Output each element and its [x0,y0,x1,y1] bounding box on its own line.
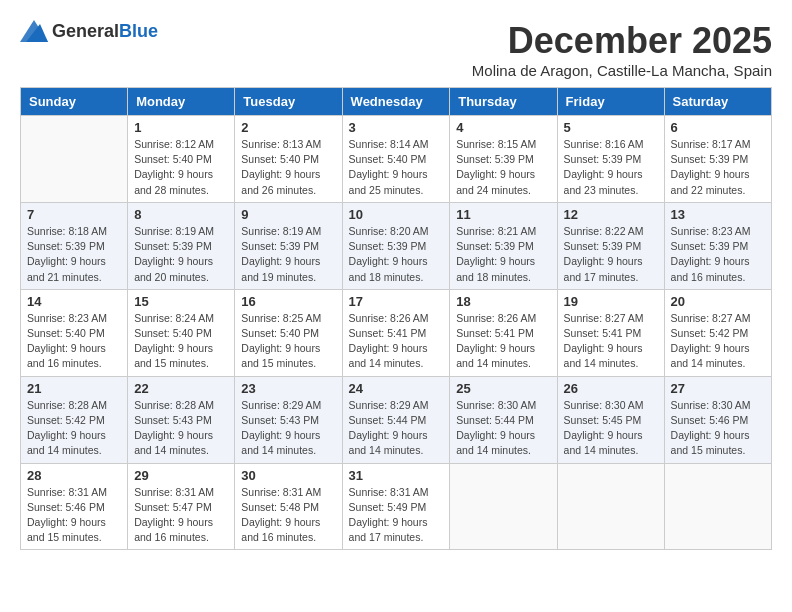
table-row: 15 Sunrise: 8:24 AM Sunset: 5:40 PM Dayl… [128,289,235,376]
table-row: 7 Sunrise: 8:18 AM Sunset: 5:39 PM Dayli… [21,202,128,289]
day-info: Sunrise: 8:30 AM Sunset: 5:45 PM Dayligh… [564,398,658,459]
day-number: 3 [349,120,444,135]
sunset-time: Sunset: 5:46 PM [27,501,105,513]
day-number: 10 [349,207,444,222]
day-number: 8 [134,207,228,222]
day-info: Sunrise: 8:31 AM Sunset: 5:48 PM Dayligh… [241,485,335,546]
day-info: Sunrise: 8:26 AM Sunset: 5:41 PM Dayligh… [456,311,550,372]
daylight-hours: Daylight: 9 hours and 14 minutes. [456,342,535,369]
daylight-hours: Daylight: 9 hours and 23 minutes. [564,168,643,195]
sunset-time: Sunset: 5:40 PM [241,153,319,165]
sunrise-time: Sunrise: 8:18 AM [27,225,107,237]
sunrise-time: Sunrise: 8:31 AM [241,486,321,498]
day-info: Sunrise: 8:23 AM Sunset: 5:39 PM Dayligh… [671,224,765,285]
col-saturday: Saturday [664,88,771,116]
table-row: 11 Sunrise: 8:21 AM Sunset: 5:39 PM Dayl… [450,202,557,289]
sunset-time: Sunset: 5:40 PM [134,153,212,165]
day-info: Sunrise: 8:15 AM Sunset: 5:39 PM Dayligh… [456,137,550,198]
daylight-hours: Daylight: 9 hours and 15 minutes. [671,429,750,456]
day-info: Sunrise: 8:28 AM Sunset: 5:42 PM Dayligh… [27,398,121,459]
sunset-time: Sunset: 5:39 PM [564,153,642,165]
logo-icon [20,20,48,42]
day-number: 17 [349,294,444,309]
table-row: 3 Sunrise: 8:14 AM Sunset: 5:40 PM Dayli… [342,116,450,203]
logo-text: GeneralBlue [52,21,158,42]
daylight-hours: Daylight: 9 hours and 24 minutes. [456,168,535,195]
day-number: 27 [671,381,765,396]
day-info: Sunrise: 8:30 AM Sunset: 5:44 PM Dayligh… [456,398,550,459]
col-thursday: Thursday [450,88,557,116]
day-number: 20 [671,294,765,309]
table-row: 22 Sunrise: 8:28 AM Sunset: 5:43 PM Dayl… [128,376,235,463]
table-row: 17 Sunrise: 8:26 AM Sunset: 5:41 PM Dayl… [342,289,450,376]
sunrise-time: Sunrise: 8:12 AM [134,138,214,150]
logo: GeneralBlue [20,20,158,42]
day-number: 4 [456,120,550,135]
day-info: Sunrise: 8:18 AM Sunset: 5:39 PM Dayligh… [27,224,121,285]
table-row [21,116,128,203]
daylight-hours: Daylight: 9 hours and 17 minutes. [349,516,428,543]
sunset-time: Sunset: 5:46 PM [671,414,749,426]
day-number: 30 [241,468,335,483]
day-number: 6 [671,120,765,135]
sunrise-time: Sunrise: 8:29 AM [241,399,321,411]
table-row: 31 Sunrise: 8:31 AM Sunset: 5:49 PM Dayl… [342,463,450,550]
table-row: 24 Sunrise: 8:29 AM Sunset: 5:44 PM Dayl… [342,376,450,463]
sunrise-time: Sunrise: 8:28 AM [134,399,214,411]
sunset-time: Sunset: 5:41 PM [564,327,642,339]
day-info: Sunrise: 8:30 AM Sunset: 5:46 PM Dayligh… [671,398,765,459]
daylight-hours: Daylight: 9 hours and 18 minutes. [349,255,428,282]
daylight-hours: Daylight: 9 hours and 20 minutes. [134,255,213,282]
sunset-time: Sunset: 5:39 PM [456,153,534,165]
day-info: Sunrise: 8:26 AM Sunset: 5:41 PM Dayligh… [349,311,444,372]
daylight-hours: Daylight: 9 hours and 21 minutes. [27,255,106,282]
day-number: 28 [27,468,121,483]
daylight-hours: Daylight: 9 hours and 15 minutes. [27,516,106,543]
table-row: 21 Sunrise: 8:28 AM Sunset: 5:42 PM Dayl… [21,376,128,463]
col-tuesday: Tuesday [235,88,342,116]
day-number: 19 [564,294,658,309]
sunrise-time: Sunrise: 8:22 AM [564,225,644,237]
sunset-time: Sunset: 5:39 PM [564,240,642,252]
sunset-time: Sunset: 5:43 PM [241,414,319,426]
table-row: 29 Sunrise: 8:31 AM Sunset: 5:47 PM Dayl… [128,463,235,550]
sunrise-time: Sunrise: 8:25 AM [241,312,321,324]
day-info: Sunrise: 8:31 AM Sunset: 5:46 PM Dayligh… [27,485,121,546]
col-wednesday: Wednesday [342,88,450,116]
sunset-time: Sunset: 5:39 PM [671,153,749,165]
sunrise-time: Sunrise: 8:27 AM [564,312,644,324]
table-row: 5 Sunrise: 8:16 AM Sunset: 5:39 PM Dayli… [557,116,664,203]
daylight-hours: Daylight: 9 hours and 14 minutes. [134,429,213,456]
day-info: Sunrise: 8:29 AM Sunset: 5:44 PM Dayligh… [349,398,444,459]
daylight-hours: Daylight: 9 hours and 15 minutes. [134,342,213,369]
sunrise-time: Sunrise: 8:23 AM [671,225,751,237]
day-number: 21 [27,381,121,396]
sunrise-time: Sunrise: 8:26 AM [456,312,536,324]
daylight-hours: Daylight: 9 hours and 16 minutes. [27,342,106,369]
table-row: 26 Sunrise: 8:30 AM Sunset: 5:45 PM Dayl… [557,376,664,463]
sunset-time: Sunset: 5:40 PM [27,327,105,339]
table-row: 23 Sunrise: 8:29 AM Sunset: 5:43 PM Dayl… [235,376,342,463]
sunrise-time: Sunrise: 8:14 AM [349,138,429,150]
daylight-hours: Daylight: 9 hours and 14 minutes. [241,429,320,456]
sunrise-time: Sunrise: 8:19 AM [134,225,214,237]
day-number: 1 [134,120,228,135]
sunrise-time: Sunrise: 8:27 AM [671,312,751,324]
day-info: Sunrise: 8:28 AM Sunset: 5:43 PM Dayligh… [134,398,228,459]
table-row [450,463,557,550]
table-row: 1 Sunrise: 8:12 AM Sunset: 5:40 PM Dayli… [128,116,235,203]
sunset-time: Sunset: 5:47 PM [134,501,212,513]
table-row [664,463,771,550]
daylight-hours: Daylight: 9 hours and 14 minutes. [564,429,643,456]
table-row: 12 Sunrise: 8:22 AM Sunset: 5:39 PM Dayl… [557,202,664,289]
header: GeneralBlue December 2025 Molina de Arag… [20,20,772,79]
table-row: 18 Sunrise: 8:26 AM Sunset: 5:41 PM Dayl… [450,289,557,376]
sunrise-time: Sunrise: 8:30 AM [564,399,644,411]
day-number: 11 [456,207,550,222]
day-info: Sunrise: 8:27 AM Sunset: 5:42 PM Dayligh… [671,311,765,372]
daylight-hours: Daylight: 9 hours and 14 minutes. [671,342,750,369]
daylight-hours: Daylight: 9 hours and 19 minutes. [241,255,320,282]
page-container: GeneralBlue December 2025 Molina de Arag… [20,20,772,550]
daylight-hours: Daylight: 9 hours and 15 minutes. [241,342,320,369]
sunrise-time: Sunrise: 8:31 AM [349,486,429,498]
